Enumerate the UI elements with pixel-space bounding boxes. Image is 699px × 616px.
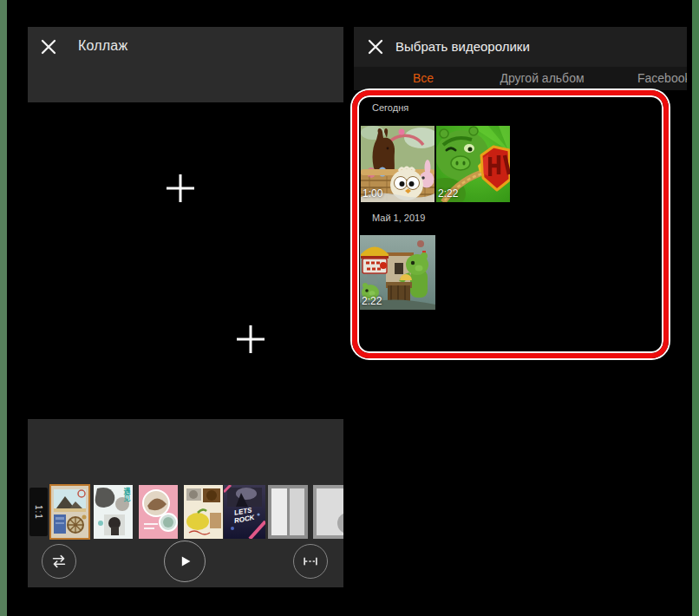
plus-icon bbox=[237, 325, 265, 353]
template-gray-two-panel[interactable] bbox=[268, 485, 308, 539]
play-icon bbox=[175, 552, 194, 571]
picker-header: Выбрать видеоролики bbox=[354, 27, 687, 67]
collage-bottom-panel: 1:1 bbox=[28, 419, 343, 587]
close-icon[interactable] bbox=[365, 36, 386, 57]
video-duration: 2:22 bbox=[362, 295, 382, 307]
duration-trim-icon bbox=[301, 552, 320, 571]
swap-button[interactable] bbox=[42, 544, 76, 579]
template-lets-rock[interactable]: LETS ROCK bbox=[224, 485, 265, 539]
collage-add-slot-1[interactable] bbox=[149, 157, 212, 220]
video-thumbnail-3[interactable]: 2:22 bbox=[360, 235, 435, 310]
plus-icon bbox=[167, 174, 194, 202]
collage-add-slot-2[interactable] bbox=[219, 308, 282, 370]
template-gray-single[interactable] bbox=[313, 485, 343, 539]
template-pink-art bbox=[139, 485, 178, 539]
video-thumbnail-1[interactable]: 1:00 bbox=[361, 126, 434, 202]
template-gray-single-art bbox=[313, 485, 343, 539]
video-thumbnail-2[interactable]: 2:22 bbox=[436, 126, 510, 202]
page-title-picker: Выбрать видеоролики bbox=[395, 39, 530, 54]
tab-other-album[interactable]: Другой альбом bbox=[477, 67, 607, 90]
collage-header: Коллаж bbox=[28, 27, 343, 102]
aspect-ratio-label: 1:1 bbox=[34, 505, 43, 520]
tab-all[interactable]: Все bbox=[389, 67, 458, 90]
template-food-art bbox=[184, 485, 223, 539]
section-date-today: Сегодня bbox=[372, 102, 408, 113]
close-icon[interactable] bbox=[38, 36, 59, 57]
tab-facebook[interactable]: Facebook bbox=[637, 67, 687, 90]
duration-button[interactable] bbox=[293, 544, 328, 579]
template-postcard[interactable] bbox=[49, 484, 90, 540]
template-postcard-art bbox=[51, 486, 88, 538]
right-edge-strip bbox=[692, 0, 699, 616]
swap-icon bbox=[49, 552, 69, 571]
page-title-collage: Коллаж bbox=[78, 38, 127, 54]
template-meet-label: 遇见 bbox=[121, 488, 131, 501]
template-food-cream[interactable] bbox=[184, 485, 223, 539]
album-tabs: Все Другой альбом Facebook bbox=[354, 67, 687, 90]
template-gray-duo-art bbox=[268, 485, 308, 539]
composite-screenshot: Коллаж 1:1 bbox=[0, 0, 699, 616]
video-duration: 1:00 bbox=[363, 187, 382, 200]
left-edge-strip bbox=[0, 0, 7, 616]
aspect-ratio-box[interactable]: 1:1 bbox=[29, 488, 48, 536]
video-duration: 2:22 bbox=[438, 187, 458, 200]
play-button[interactable] bbox=[164, 541, 206, 582]
section-date-may: Май 1, 2019 bbox=[372, 213, 425, 223]
template-meet-blue[interactable]: 遇见 bbox=[94, 485, 133, 539]
template-pink-circles[interactable] bbox=[139, 485, 178, 539]
